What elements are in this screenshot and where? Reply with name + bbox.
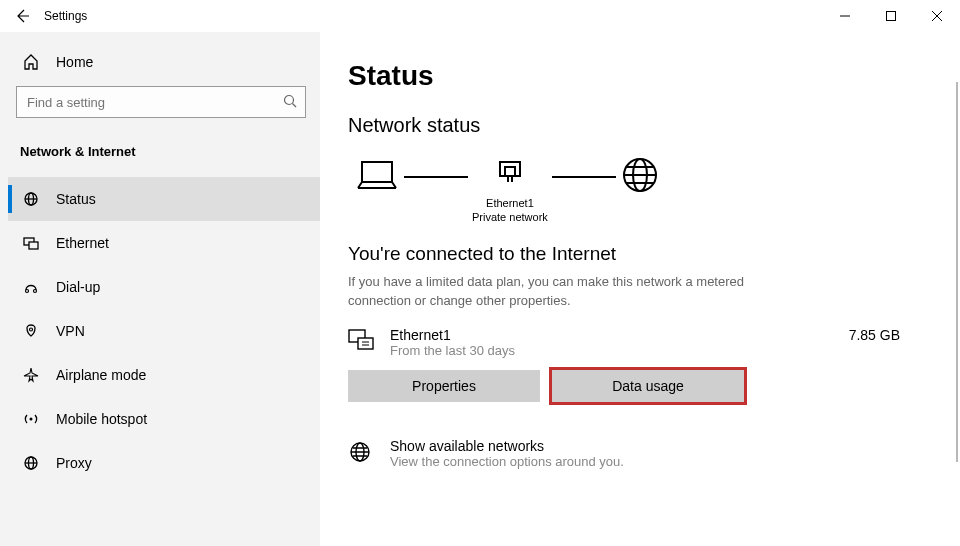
globe-small-icon [348, 438, 380, 467]
search-input[interactable] [25, 94, 283, 111]
window-controls [822, 0, 960, 32]
svg-point-6 [26, 290, 29, 293]
svg-point-9 [30, 418, 33, 421]
sidebar-item-airplane-mode[interactable]: Airplane mode [8, 353, 320, 397]
adapter-name: Ethernet1 [472, 196, 548, 210]
sidebar-item-label: Airplane mode [56, 367, 146, 383]
sidebar-item-proxy[interactable]: Proxy [8, 441, 320, 485]
sidebar-item-status[interactable]: Status [8, 177, 320, 221]
svg-rect-18 [358, 338, 373, 349]
globe-icon [620, 155, 660, 195]
svg-point-7 [34, 290, 37, 293]
close-button[interactable] [914, 0, 960, 32]
window-title: Settings [44, 9, 87, 23]
sidebar-category-heading: Network & Internet [8, 130, 320, 177]
home-icon [20, 54, 42, 70]
device-pc [354, 158, 400, 224]
adapter-type: Private network [472, 210, 548, 224]
device-adapter: Ethernet1 Private network [472, 158, 548, 225]
connection-line [552, 176, 616, 178]
scrollbar[interactable] [956, 82, 958, 462]
connection-status-desc: If you have a limited data plan, you can… [348, 273, 748, 311]
show-networks-title: Show available networks [390, 438, 624, 454]
sidebar-item-label: Ethernet [56, 235, 109, 251]
search-box[interactable] [16, 86, 306, 118]
sidebar-item-ethernet[interactable]: Ethernet [8, 221, 320, 265]
maximize-button[interactable] [868, 0, 914, 32]
sidebar-item-label: Proxy [56, 455, 92, 471]
sidebar-home[interactable]: Home [8, 44, 320, 80]
usage-amount: 7.85 GB [849, 327, 900, 343]
sidebar-item-vpn[interactable]: VPN [8, 309, 320, 353]
device-internet [620, 155, 660, 227]
sidebar-item-mobile-hotspot[interactable]: Mobile hotspot [8, 397, 320, 441]
section-heading-network-status: Network status [348, 114, 932, 137]
proxy-icon [20, 455, 42, 471]
page-title: Status [348, 60, 932, 92]
usage-adapter-name: Ethernet1 [390, 327, 515, 343]
sidebar: Home Network & Internet StatusEthernetDi… [0, 32, 320, 546]
home-label: Home [56, 54, 93, 70]
svg-point-8 [30, 328, 33, 331]
arrow-left-icon [14, 8, 30, 24]
network-diagram: Ethernet1 Private network [348, 155, 932, 227]
status-icon [20, 191, 42, 207]
search-icon [283, 94, 297, 111]
sidebar-item-label: VPN [56, 323, 85, 339]
show-available-networks[interactable]: Show available networks View the connect… [348, 438, 932, 469]
vpn-icon [20, 323, 42, 339]
ethernet-icon [20, 235, 42, 251]
svg-rect-0 [887, 12, 896, 21]
data-usage-button[interactable]: Data usage [552, 370, 744, 402]
usage-row: Ethernet1 From the last 30 days 7.85 GB [348, 327, 932, 358]
minimize-button[interactable] [822, 0, 868, 32]
sidebar-nav: StatusEthernetDial-upVPNAirplane modeMob… [8, 177, 320, 485]
sidebar-item-label: Status [56, 191, 96, 207]
airplane-mode-icon [20, 367, 42, 383]
minimize-icon [840, 11, 850, 21]
svg-rect-14 [505, 167, 515, 176]
svg-point-1 [285, 95, 294, 104]
maximize-icon [886, 11, 896, 21]
usage-period: From the last 30 days [390, 343, 515, 358]
sidebar-item-label: Mobile hotspot [56, 411, 147, 427]
sidebar-item-dial-up[interactable]: Dial-up [8, 265, 320, 309]
back-button[interactable] [0, 0, 44, 32]
connection-line [404, 176, 468, 178]
svg-rect-5 [29, 242, 38, 249]
laptop-icon [354, 158, 400, 192]
ethernet-icon [348, 327, 380, 354]
sidebar-item-label: Dial-up [56, 279, 100, 295]
main-content: Status Network status Ethernet1 [320, 32, 960, 546]
svg-rect-12 [362, 162, 392, 182]
connection-status-title: You're connected to the Internet [348, 243, 932, 265]
dial-up-icon [20, 279, 42, 295]
svg-rect-13 [500, 162, 520, 176]
close-icon [932, 11, 942, 21]
mobile-hotspot-icon [20, 411, 42, 427]
properties-button[interactable]: Properties [348, 370, 540, 402]
ethernet-adapter-icon [496, 158, 524, 192]
title-bar: Settings [0, 0, 960, 32]
show-networks-sub: View the connection options around you. [390, 454, 624, 469]
